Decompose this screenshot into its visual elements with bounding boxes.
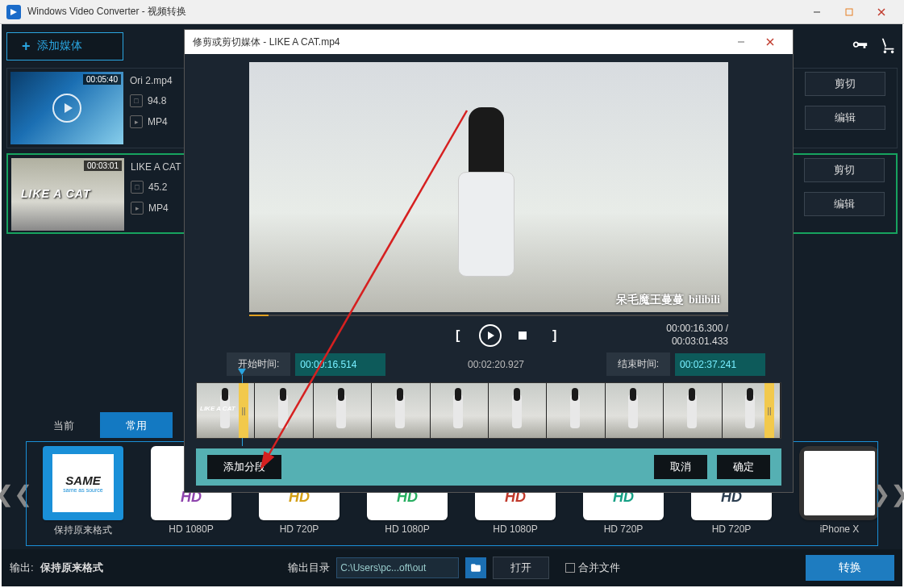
media-size: 94.8 [148,95,166,106]
output-dir-label: 输出目录 [288,561,330,575]
format-label: HD 720P [712,523,752,535]
duration-badge: 00:03:01 [84,161,122,171]
format-tile [799,446,878,520]
edit-button[interactable]: 编辑 [804,192,885,216]
format-icon: ▸ [131,202,144,215]
carousel-next-button[interactable]: ❯❯ [878,438,902,549]
format-label: HD 1080P [169,523,213,535]
tab-common[interactable]: 常用 [100,412,173,438]
trim-action-bar: 添加分段 取消 确定 [196,448,781,486]
playback-controls: [ ] 00:00:16.300 / 00:03:01.433 [249,323,728,348]
media-format: MP4 [148,202,169,214]
media-name: Ori 2.mp4 [130,75,173,86]
format-card[interactable]: SAMEsame as source保持原来格式 [31,446,135,541]
output-format: 保持原来格式 [40,561,103,575]
format-label: HD 720P [604,523,644,535]
plus-icon: + [22,38,31,55]
minimize-button[interactable] [801,1,833,23]
tab-current[interactable]: 当前 [27,412,100,438]
merge-checkbox[interactable] [565,563,575,573]
trim-close-button[interactable] [756,31,785,53]
mark-in-button[interactable]: [ [447,324,469,347]
total-time: 00:03:01.433 [666,336,728,348]
merge-label: 合并文件 [578,561,620,575]
convert-button[interactable]: 转换 [806,555,894,581]
trim-button[interactable]: 剪切 [805,72,885,96]
outer-titlebar: Windows Video Converter - 视频转换 [0,0,904,24]
trim-dialog-title: 修剪或剪切媒体 - LIKE A CAT.mp4 [193,35,340,49]
window-title: Windows Video Converter - 视频转换 [27,5,801,19]
app-icon [6,5,21,19]
svg-rect-1 [846,9,852,15]
format-label: HD 1080P [385,523,429,535]
stop-button[interactable] [511,324,534,347]
cancel-button[interactable]: 取消 [654,455,707,479]
format-icon: ▸ [130,115,143,128]
format-label: iPhone X [820,523,860,535]
trim-dialog: 修剪或剪切媒体 - LIKE A CAT.mp4 呆毛魔王蔓蔓 bilibili… [184,29,794,493]
add-media-label: 添加媒体 [37,39,82,53]
current-time: 00:00:16.300 / [666,323,728,336]
trim-titlebar: 修剪或剪切媒体 - LIKE A CAT.mp4 [185,30,793,54]
thumbnail-text: LIKE A CAT [21,187,90,200]
media-thumbnail[interactable]: 00:03:01 LIKE A CAT [11,158,124,231]
end-time-input[interactable]: 00:02:37.241 [675,353,765,376]
open-button[interactable]: 打开 [493,557,549,579]
media-name: LIKE A CAT [131,161,181,173]
video-watermark: 呆毛魔王蔓蔓 bilibili [616,293,720,307]
bottom-bar: 输出: 保持原来格式 输出目录 C:\Users\pc...oft\out 打开… [2,549,902,586]
media-size: 45.2 [148,181,167,193]
play-icon [52,94,81,123]
format-tile: SAMEsame as source [43,446,123,520]
play-button[interactable] [479,324,502,347]
format-label: HD 1080P [493,523,537,535]
start-time-label: 开始时间: [227,352,290,376]
media-thumbnail[interactable]: 00:05:40 [10,72,123,144]
ok-button[interactable]: 确定 [717,455,770,479]
output-path-field[interactable]: C:\Users\pc...oft\out [336,557,459,578]
output-label-prefix: 输出: [10,561,34,575]
start-time-input[interactable]: 00:00:16.514 [295,353,385,376]
format-card[interactable]: iPhone X [787,446,878,541]
edit-button[interactable]: 编辑 [805,106,885,130]
file-icon: □ [131,181,144,194]
maximize-button[interactable] [833,1,865,23]
trim-handle-right[interactable] [764,383,774,438]
filmstrip[interactable] [196,382,781,439]
cart-icon[interactable] [880,37,898,55]
end-time-label: 结束时间: [606,352,670,376]
carousel-prev-button[interactable]: ❮❮ [2,438,26,549]
mark-out-button[interactable]: ] [544,324,566,347]
folder-icon [470,562,481,573]
duration-badge: 00:05:40 [83,74,121,85]
media-format: MP4 [148,116,168,127]
add-segment-button[interactable]: 添加分段 [207,455,281,479]
close-button[interactable] [865,1,898,23]
key-icon[interactable] [851,37,869,55]
segment-duration: 00:02:20.927 [390,359,601,370]
time-inputs-row: 开始时间: 00:00:16.514 00:02:20.927 结束时间: 00… [196,352,781,376]
file-icon: □ [130,94,143,107]
trim-minimize-button[interactable] [727,31,756,53]
trim-handle-left[interactable] [239,383,248,438]
video-preview[interactable]: 呆毛魔王蔓蔓 bilibili [249,62,728,312]
add-media-button[interactable]: + 添加媒体 [6,32,123,60]
format-label: 保持原来格式 [54,523,112,537]
scrub-bar[interactable] [249,315,728,316]
browse-button[interactable] [465,557,486,578]
trim-button[interactable]: 剪切 [804,158,885,182]
format-label: HD 720P [280,523,319,535]
